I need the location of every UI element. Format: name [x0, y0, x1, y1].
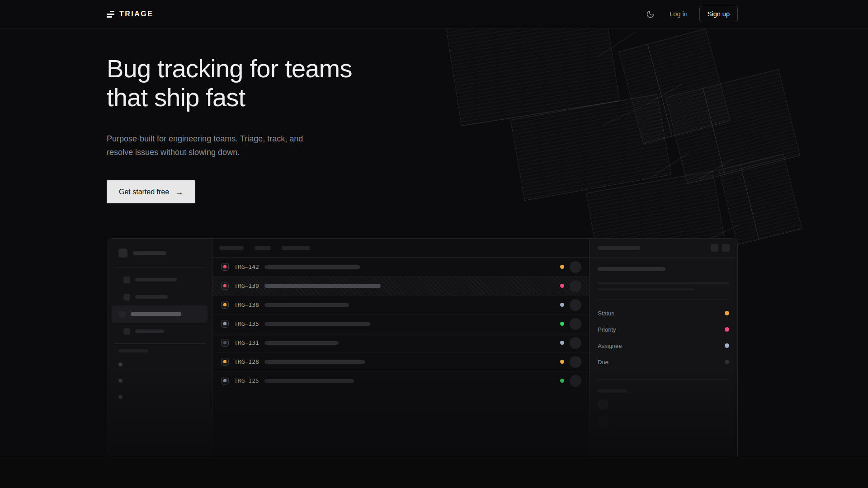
- issue-assignee-avatar[interactable]: [570, 375, 581, 387]
- issue-status-dot: [560, 303, 564, 307]
- arrow-right-icon: →: [175, 188, 183, 196]
- issue-assignee-avatar[interactable]: [570, 261, 581, 273]
- issue-title-skeleton: [264, 322, 370, 326]
- detail-title-skeleton: [598, 246, 640, 250]
- nav-actions: Log in Sign up: [642, 6, 738, 22]
- sidebar-item-skeleton: [131, 312, 181, 316]
- issue-row-meta: [560, 261, 581, 273]
- filter-tab-skeleton[interactable]: [219, 246, 244, 250]
- panel-action-button[interactable]: [711, 244, 718, 252]
- issue-title-skeleton: [264, 379, 354, 383]
- issue-type-icon: [221, 263, 229, 271]
- hero-section: Bug tracking for teams that ship fast Pu…: [0, 28, 868, 457]
- sidebar-item[interactable]: [112, 288, 208, 305]
- sidebar-item-icon: [123, 277, 130, 283]
- sidebar-bullet: [118, 379, 123, 383]
- issue-assignee-avatar[interactable]: [570, 337, 581, 349]
- property-row[interactable]: Assignee: [598, 338, 729, 354]
- property-row[interactable]: Due: [598, 354, 729, 370]
- issue-list: TRG–142 TRG–139 TRG–138 TRG–135 TRG–: [212, 258, 589, 390]
- divider: [113, 343, 206, 344]
- issue-status-dot: [560, 360, 564, 364]
- issue-title-skeleton: [264, 265, 360, 269]
- footer: [0, 457, 868, 488]
- subtitle-line-2: resolve issues without slowing down.: [107, 148, 240, 157]
- sidebar-item[interactable]: [112, 323, 208, 340]
- issue-row[interactable]: TRG–128: [212, 352, 589, 371]
- comment-avatar: [598, 399, 609, 410]
- get-started-button[interactable]: Get started free →: [107, 180, 195, 203]
- property-value-dot: [725, 311, 729, 315]
- panel-action-button[interactable]: [722, 244, 730, 252]
- issue-assignee-avatar[interactable]: [570, 299, 581, 311]
- issue-row[interactable]: TRG–139: [212, 277, 589, 296]
- detail-panel-header: [590, 239, 737, 258]
- issue-assignee-avatar[interactable]: [570, 318, 581, 330]
- property-label: Due: [598, 359, 609, 366]
- page-title: Bug tracking for teams that ship fast: [107, 54, 738, 112]
- sidebar-item-icon: [123, 294, 130, 300]
- activity-label-skeleton: [598, 389, 627, 393]
- workspace-switcher[interactable]: [107, 239, 212, 258]
- issue-row[interactable]: TRG–135: [212, 314, 589, 333]
- filter-tab-skeleton[interactable]: [255, 246, 271, 250]
- sidebar-bullet: [118, 395, 123, 399]
- issue-id: TRG–131: [234, 339, 261, 346]
- sidebar-item-icon: [119, 311, 126, 318]
- property-value-dot: [725, 360, 729, 364]
- description-skeleton: [598, 282, 729, 284]
- detail-panel-body: Status Priority Assignee Due: [590, 267, 737, 428]
- divider: [598, 379, 729, 380]
- issue-title-skeleton: [264, 284, 381, 288]
- issue-type-icon: [221, 377, 229, 385]
- issue-title-skeleton: [264, 360, 365, 364]
- property-label: Status: [598, 310, 614, 317]
- issue-assignee-avatar[interactable]: [570, 356, 581, 368]
- sidebar-item-active[interactable]: [112, 305, 208, 323]
- issue-type-dot: [223, 322, 226, 325]
- triage-bars-icon: [107, 11, 114, 18]
- sidebar-item-skeleton: [135, 329, 164, 333]
- issue-type-dot: [223, 303, 226, 306]
- issue-id: TRG–139: [234, 282, 261, 289]
- issue-status-dot: [560, 284, 564, 288]
- issue-id: TRG–135: [234, 320, 261, 327]
- property-row[interactable]: Priority: [598, 321, 729, 338]
- issue-type-dot: [223, 360, 226, 363]
- issue-id: TRG–125: [234, 377, 261, 384]
- issue-type-dot: [223, 284, 226, 287]
- issue-row-meta: [560, 299, 581, 311]
- login-link[interactable]: Log in: [670, 10, 688, 18]
- issue-list-column: TRG–142 TRG–139 TRG–138 TRG–135 TRG–: [212, 239, 590, 457]
- issue-status-dot: [560, 379, 564, 383]
- issue-type-dot: [223, 265, 226, 268]
- hero-subtitle: Purpose-built for engineering teams. Tri…: [107, 132, 738, 159]
- issue-row[interactable]: TRG–125: [212, 371, 589, 390]
- issue-type-icon: [221, 282, 229, 290]
- divider: [598, 300, 729, 300]
- issue-row-meta: [560, 356, 581, 368]
- issue-type-dot: [223, 341, 226, 344]
- issue-row[interactable]: TRG–131: [212, 333, 589, 352]
- issue-status-dot: [560, 265, 564, 269]
- issue-row-meta: [560, 337, 581, 349]
- mockup-sidebar: [107, 239, 212, 457]
- property-row[interactable]: Status: [598, 305, 729, 321]
- issue-row[interactable]: TRG–142: [212, 258, 589, 277]
- issue-assignee-avatar[interactable]: [570, 280, 581, 292]
- brand-logo[interactable]: TRIAGE: [107, 10, 153, 18]
- description-skeleton: [598, 288, 695, 291]
- theme-toggle-button[interactable]: [642, 6, 658, 22]
- list-header: [212, 239, 589, 258]
- issue-row[interactable]: TRG–138: [212, 296, 589, 314]
- filter-tab-skeleton[interactable]: [282, 246, 310, 250]
- subtitle-line-1: Purpose-built for engineering teams. Tri…: [107, 134, 303, 143]
- issue-detail-panel: Status Priority Assignee Due: [590, 239, 737, 457]
- sidebar-item[interactable]: [112, 271, 208, 288]
- signup-button[interactable]: Sign up: [699, 6, 738, 22]
- issue-row-meta: [560, 318, 581, 330]
- issue-title-skeleton: [264, 341, 339, 345]
- sidebar-item-icon: [123, 328, 130, 335]
- cta-label: Get started free: [119, 188, 169, 196]
- sidebar-nav: [107, 267, 212, 340]
